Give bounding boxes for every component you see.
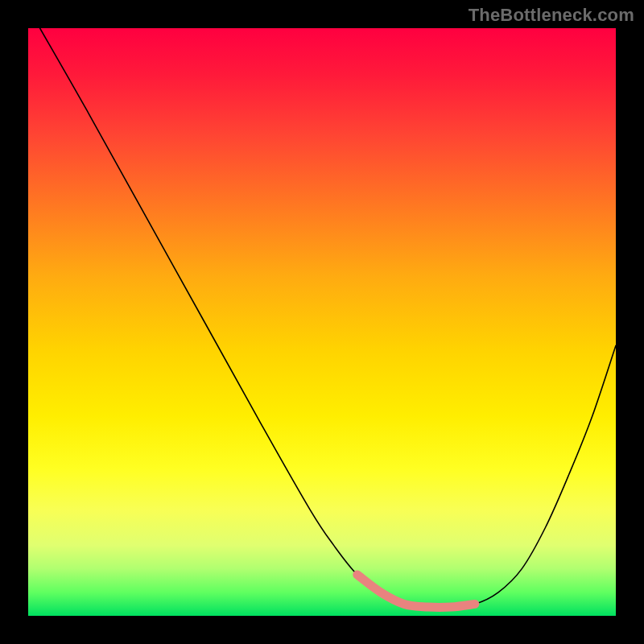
plot-area <box>28 28 616 616</box>
curve-layer <box>28 28 616 616</box>
watermark-text: TheBottleneck.com <box>469 5 634 26</box>
flat-bottom-highlight <box>357 575 475 608</box>
chart-stage: TheBottleneck.com <box>0 0 644 644</box>
bottleneck-curve <box>40 28 616 608</box>
